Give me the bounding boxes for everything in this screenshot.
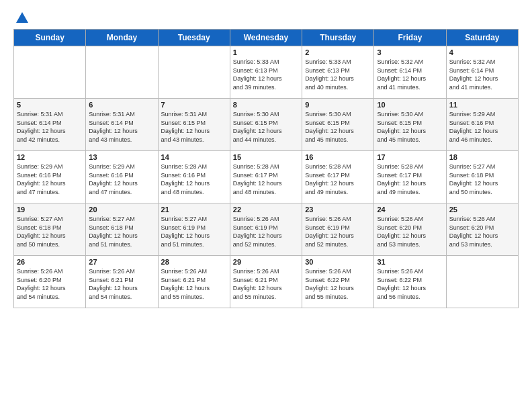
day-info: Sunrise: 5:27 AM Sunset: 6:18 PM Dayligh… [89,215,154,248]
calendar-cell: 18Sunrise: 5:27 AM Sunset: 6:18 PM Dayli… [446,151,518,203]
day-number: 5 [17,101,83,109]
day-info: Sunrise: 5:27 AM Sunset: 6:18 PM Dayligh… [17,215,83,248]
day-number: 1 [233,48,299,56]
day-number: 17 [377,153,443,161]
logo-icon [15,11,30,26]
calendar-body: 1Sunrise: 5:33 AM Sunset: 6:13 PM Daylig… [14,46,519,308]
page: SundayMondayTuesdayWednesdayThursdayFrid… [0,0,532,411]
calendar-header-saturday: Saturday [446,30,518,46]
calendar-cell: 23Sunrise: 5:26 AM Sunset: 6:19 PM Dayli… [302,203,374,256]
day-number: 21 [161,205,227,214]
calendar-week-4: 19Sunrise: 5:27 AM Sunset: 6:18 PM Dayli… [14,203,519,256]
day-number: 18 [449,153,515,161]
calendar-cell: 15Sunrise: 5:28 AM Sunset: 6:17 PM Dayli… [230,151,302,203]
day-number: 10 [377,101,443,109]
calendar-cell [14,46,86,99]
calendar-cell: 10Sunrise: 5:30 AM Sunset: 6:15 PM Dayli… [374,99,446,151]
day-info: Sunrise: 5:33 AM Sunset: 6:13 PM Dayligh… [305,58,371,91]
day-info: Sunrise: 5:28 AM Sunset: 6:17 PM Dayligh… [305,163,371,196]
day-info: Sunrise: 5:27 AM Sunset: 6:18 PM Dayligh… [449,163,515,196]
day-info: Sunrise: 5:31 AM Sunset: 6:14 PM Dayligh… [17,110,83,144]
calendar-week-5: 26Sunrise: 5:26 AM Sunset: 6:20 PM Dayli… [14,256,519,308]
calendar-cell: 12Sunrise: 5:29 AM Sunset: 6:16 PM Dayli… [14,151,86,203]
day-info: Sunrise: 5:30 AM Sunset: 6:15 PM Dayligh… [233,110,299,144]
day-number: 4 [449,48,515,56]
day-info: Sunrise: 5:27 AM Sunset: 6:19 PM Dayligh… [161,215,227,248]
calendar-cell: 6Sunrise: 5:31 AM Sunset: 6:14 PM Daylig… [86,99,158,151]
day-info: Sunrise: 5:31 AM Sunset: 6:15 PM Dayligh… [161,110,227,144]
day-number: 8 [233,101,299,109]
day-info: Sunrise: 5:29 AM Sunset: 6:16 PM Dayligh… [449,110,515,144]
day-number: 13 [89,153,154,161]
day-info: Sunrise: 5:26 AM Sunset: 6:19 PM Dayligh… [305,215,371,248]
calendar-cell [86,46,158,99]
day-info: Sunrise: 5:26 AM Sunset: 6:22 PM Dayligh… [305,267,371,301]
day-number: 2 [305,48,371,56]
calendar-header-friday: Friday [374,30,446,46]
calendar-cell: 9Sunrise: 5:30 AM Sunset: 6:15 PM Daylig… [302,99,374,151]
day-number: 24 [377,205,443,214]
day-info: Sunrise: 5:26 AM Sunset: 6:20 PM Dayligh… [17,267,83,301]
calendar-cell: 19Sunrise: 5:27 AM Sunset: 6:18 PM Dayli… [14,203,86,256]
day-number: 12 [17,153,83,161]
calendar-cell: 5Sunrise: 5:31 AM Sunset: 6:14 PM Daylig… [14,99,86,151]
day-info: Sunrise: 5:30 AM Sunset: 6:15 PM Dayligh… [305,110,371,144]
calendar-cell: 20Sunrise: 5:27 AM Sunset: 6:18 PM Dayli… [86,203,158,256]
day-info: Sunrise: 5:33 AM Sunset: 6:13 PM Dayligh… [233,58,299,91]
calendar-week-1: 1Sunrise: 5:33 AM Sunset: 6:13 PM Daylig… [14,46,519,99]
day-info: Sunrise: 5:32 AM Sunset: 6:14 PM Dayligh… [449,58,515,91]
day-number: 26 [17,258,83,266]
calendar-header-monday: Monday [86,30,158,46]
calendar-table: SundayMondayTuesdayWednesdayThursdayFrid… [13,29,519,308]
calendar-cell: 31Sunrise: 5:26 AM Sunset: 6:22 PM Dayli… [374,256,446,308]
day-info: Sunrise: 5:28 AM Sunset: 6:17 PM Dayligh… [233,163,299,196]
day-info: Sunrise: 5:28 AM Sunset: 6:16 PM Dayligh… [161,163,227,196]
svg-marker-0 [16,12,28,23]
day-number: 9 [305,101,371,109]
calendar-week-2: 5Sunrise: 5:31 AM Sunset: 6:14 PM Daylig… [14,99,519,151]
day-info: Sunrise: 5:26 AM Sunset: 6:22 PM Dayligh… [377,267,443,301]
calendar-cell [158,46,230,99]
calendar-cell: 25Sunrise: 5:26 AM Sunset: 6:20 PM Dayli… [446,203,518,256]
day-info: Sunrise: 5:26 AM Sunset: 6:20 PM Dayligh… [449,215,515,248]
calendar-cell: 29Sunrise: 5:26 AM Sunset: 6:21 PM Dayli… [230,256,302,308]
day-info: Sunrise: 5:31 AM Sunset: 6:14 PM Dayligh… [89,110,154,144]
calendar-cell: 21Sunrise: 5:27 AM Sunset: 6:19 PM Dayli… [158,203,230,256]
calendar-cell [446,256,518,308]
calendar-cell: 16Sunrise: 5:28 AM Sunset: 6:17 PM Dayli… [302,151,374,203]
calendar-header-tuesday: Tuesday [158,30,230,46]
calendar-header-wednesday: Wednesday [230,30,302,46]
day-number: 28 [161,258,227,266]
calendar-cell: 17Sunrise: 5:28 AM Sunset: 6:17 PM Dayli… [374,151,446,203]
day-number: 7 [161,101,227,109]
day-info: Sunrise: 5:26 AM Sunset: 6:19 PM Dayligh… [233,215,299,248]
day-number: 20 [89,205,154,214]
day-number: 30 [305,258,371,266]
day-number: 29 [233,258,299,266]
calendar-cell: 27Sunrise: 5:26 AM Sunset: 6:21 PM Dayli… [86,256,158,308]
day-number: 3 [377,48,443,56]
day-number: 23 [305,205,371,214]
day-info: Sunrise: 5:26 AM Sunset: 6:21 PM Dayligh… [89,267,154,301]
day-number: 14 [161,153,227,161]
day-number: 27 [89,258,154,266]
day-number: 16 [305,153,371,161]
calendar-cell: 11Sunrise: 5:29 AM Sunset: 6:16 PM Dayli… [446,99,518,151]
calendar-cell: 4Sunrise: 5:32 AM Sunset: 6:14 PM Daylig… [446,46,518,99]
calendar-header-sunday: Sunday [14,30,86,46]
day-info: Sunrise: 5:29 AM Sunset: 6:16 PM Dayligh… [89,163,154,196]
calendar-cell: 1Sunrise: 5:33 AM Sunset: 6:13 PM Daylig… [230,46,302,99]
calendar-cell: 3Sunrise: 5:32 AM Sunset: 6:14 PM Daylig… [374,46,446,99]
calendar-cell: 28Sunrise: 5:26 AM Sunset: 6:21 PM Dayli… [158,256,230,308]
calendar-cell: 14Sunrise: 5:28 AM Sunset: 6:16 PM Dayli… [158,151,230,203]
calendar-cell: 30Sunrise: 5:26 AM Sunset: 6:22 PM Dayli… [302,256,374,308]
calendar-cell: 13Sunrise: 5:29 AM Sunset: 6:16 PM Dayli… [86,151,158,203]
day-info: Sunrise: 5:28 AM Sunset: 6:17 PM Dayligh… [377,163,443,196]
day-number: 31 [377,258,443,266]
day-info: Sunrise: 5:26 AM Sunset: 6:21 PM Dayligh… [233,267,299,301]
calendar-cell: 24Sunrise: 5:26 AM Sunset: 6:20 PM Dayli… [374,203,446,256]
calendar-cell: 22Sunrise: 5:26 AM Sunset: 6:19 PM Dayli… [230,203,302,256]
day-info: Sunrise: 5:32 AM Sunset: 6:14 PM Dayligh… [377,58,443,91]
day-number: 22 [233,205,299,214]
day-number: 25 [449,205,515,214]
